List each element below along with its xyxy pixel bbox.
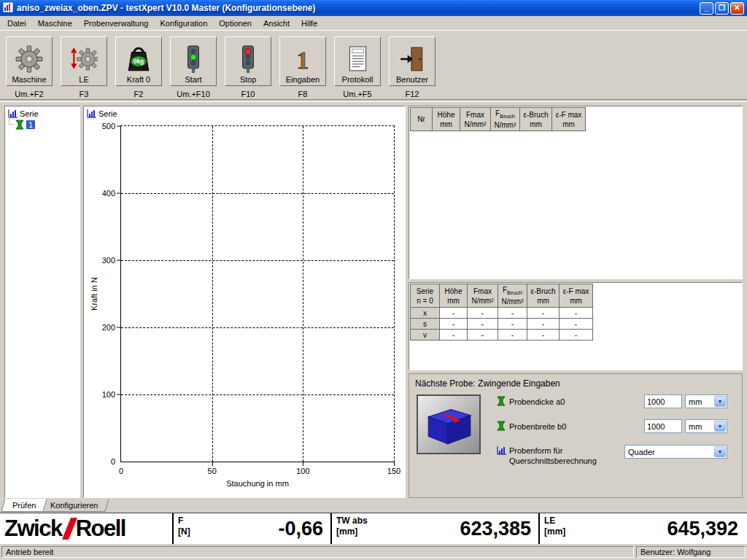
x-tick-label: 100 [296, 467, 309, 475]
kraft0-button[interactable]: 0kg Kraft 0 [115, 36, 162, 86]
eingaben-button[interactable]: 1 Eingaben [279, 36, 326, 86]
tree-item-serie[interactable]: Serie [7, 109, 78, 119]
maschine-button-label: Maschine [12, 75, 46, 84]
x-tick-label: 150 [387, 467, 400, 475]
svg-text:1: 1 [297, 47, 309, 73]
stats-row-mean: x - - - - - [411, 308, 593, 319]
probenform-label-line2: Querschnittsberechnung [509, 456, 597, 465]
x-tick-mark [303, 462, 303, 466]
application-window: aniso_zweiax_oben.ZPV - testXpert V10.0 … [0, 0, 747, 560]
probenbreite-unit-select[interactable]: mm ▼ [685, 419, 727, 433]
start-button-hint: Um.+F10 [170, 90, 217, 98]
stats-cell: - [560, 319, 593, 330]
stats-cell: - [527, 319, 560, 330]
col-hoehe: Höhemm [433, 108, 460, 131]
maximize-icon[interactable]: ❐ [715, 2, 729, 15]
chevron-down-icon: ▼ [714, 396, 726, 407]
close-icon[interactable]: ✕ [730, 2, 744, 15]
logo-roell: Roell [76, 516, 125, 542]
menu-hilfe[interactable]: Hilfe [295, 17, 323, 30]
specimen-preview-image [417, 394, 481, 454]
kraft0-button-label: Kraft 0 [127, 75, 150, 84]
probenbreite-input[interactable] [644, 419, 682, 433]
stats-cell: - [527, 330, 560, 341]
maschine-button[interactable]: Maschine [6, 36, 53, 86]
tree-connector [9, 117, 14, 125]
probendicke-unit-select[interactable]: mm ▼ [685, 394, 727, 408]
stats-table: Serien = 0 Höhemm FmaxN/mm² FBruchN/mm² … [410, 284, 593, 341]
toolbar-group-maschine: Maschine Um.+F2 [6, 36, 53, 98]
probenform-value: Quader [625, 448, 714, 456]
toolbar-group-stop: Stop F10 [225, 36, 271, 98]
toolbar-group-kraft0: 0kg Kraft 0 F2 [115, 36, 162, 98]
menu-maschine[interactable]: Maschine [32, 17, 78, 30]
tab-konfigurieren[interactable]: Konfigurieren [39, 499, 110, 512]
current-user: Benutzer: Wolfgang [636, 546, 746, 558]
next-probe-title: Nächste Probe: Zwingende Eingaben [415, 378, 560, 389]
x-axis-label: Stauchung in mm [226, 479, 289, 488]
titlebar: aniso_zweiax_oben.ZPV - testXpert V10.0 … [0, 0, 747, 16]
col-fbruch: FBruchN/mm² [491, 108, 520, 131]
stats-cell: - [560, 330, 593, 341]
col-hoehe: Höhemm [440, 284, 468, 308]
logo-red-slash [62, 518, 77, 540]
stats-row-label: s [411, 319, 440, 330]
stats-cell: - [498, 308, 527, 319]
stop-button-label: Stop [240, 75, 257, 84]
gridline-h [121, 394, 394, 395]
window-controls: _ ❐ ✕ [700, 2, 744, 15]
readout-force: F [N] -0,66 [172, 513, 330, 544]
menu-optionen[interactable]: Optionen [213, 17, 258, 30]
tab-pruefen[interactable]: Prüfen [1, 499, 47, 512]
menu-konfiguration[interactable]: Konfiguration [154, 17, 213, 30]
series-chart-icon [87, 109, 96, 118]
stats-row-variation: v - - - - - [411, 330, 593, 341]
protokoll-button[interactable]: Protokoll [334, 36, 381, 86]
tab-pruefen-label: Prüfen [12, 501, 36, 510]
stats-table-panel: Serien = 0 Höhemm FmaxN/mm² FBruchN/mm² … [409, 282, 743, 370]
menu-probenverwaltung[interactable]: Probenverwaltung [78, 17, 155, 30]
minimize-icon[interactable]: _ [700, 2, 713, 15]
y-tick-label: 100 [102, 390, 115, 399]
le-gear-arrows-icon [70, 43, 98, 75]
user-door-icon [398, 43, 426, 75]
probenform-select[interactable]: Quader ▼ [624, 445, 727, 459]
probendicke-input[interactable] [644, 394, 682, 408]
benutzer-button-hint: F12 [389, 90, 436, 98]
tree-item-serie-label: Serie [20, 109, 39, 118]
menu-datei[interactable]: Datei [1, 17, 32, 30]
report-document-icon [344, 43, 371, 75]
chevron-down-icon: ▼ [714, 446, 726, 457]
y-tick-mark [117, 126, 121, 127]
stats-table-header: Serien = 0 Höhemm FmaxN/mm² FBruchN/mm² … [411, 284, 593, 308]
protokoll-button-label: Protokoll [342, 75, 374, 84]
stop-button[interactable]: Stop [225, 36, 271, 86]
menu-ansicht[interactable]: Ansicht [258, 17, 295, 30]
menubar: Datei Maschine Probenverwaltung Konfigur… [0, 16, 747, 31]
inputs-icon: 1 [289, 43, 317, 75]
probendicke-label: Probendicke a0 [509, 397, 565, 406]
probenbreite-unit-value: mm [686, 422, 714, 431]
toolbar-group-benutzer: Benutzer F12 [389, 36, 436, 98]
col-eps-fmax: ε-F maxmm [552, 108, 586, 131]
readout-force-label: F [N] [178, 516, 190, 537]
x-tick-mark [212, 462, 213, 466]
chart-panel: Serie Kraft in N 500 400 300 200 100 0 0… [83, 106, 406, 498]
y-tick-label: 300 [102, 256, 115, 265]
results-table: Nr Höhemm FmaxN/mm² FBruchN/mm² ε-Bruchm… [410, 107, 586, 131]
y-tick-label: 0 [111, 457, 115, 466]
stats-row-stddev: s - - - - - [411, 319, 593, 330]
y-axis-label: Kraft in N [90, 277, 98, 311]
y-tick-mark [117, 394, 121, 395]
start-button[interactable]: Start [170, 36, 217, 86]
benutzer-button[interactable]: Benutzer [389, 36, 436, 86]
y-tick-mark [117, 260, 121, 261]
readout-le-label: LE [mm] [544, 516, 565, 537]
y-tick-mark [117, 193, 121, 194]
le-button[interactable]: LE [61, 36, 107, 86]
tree-item-1[interactable]: 1 [14, 119, 78, 131]
le-button-label: LE [79, 75, 88, 84]
next-probe-panel: Nächste Probe: Zwingende Eingaben Proben… [409, 373, 743, 498]
toolbar: Maschine Um.+F2 LE F3 [0, 31, 747, 102]
readout-le-value: 645,392 [667, 518, 738, 540]
